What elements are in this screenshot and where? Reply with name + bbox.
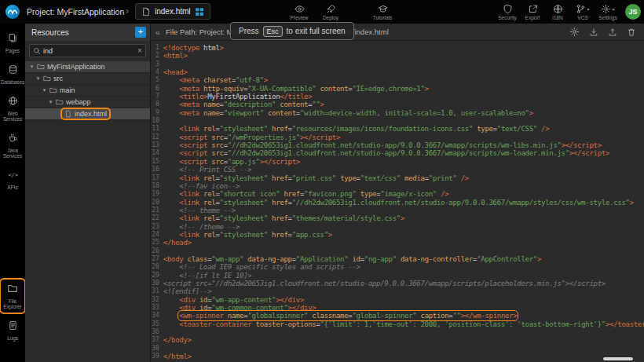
rail-item-web-services[interactable]: Web Services (2, 93, 24, 124)
user-avatar[interactable]: JS (625, 4, 641, 20)
code-line[interactable]: 18 <!--fav icon--> (151, 182, 644, 190)
caret-down-icon[interactable]: ▾ (41, 87, 48, 93)
topbar-action-label: VCS (577, 15, 587, 20)
code-line[interactable]: 1<!doctype html> (151, 44, 644, 52)
search-input[interactable] (43, 47, 135, 55)
code-line[interactable]: 35 <toaster-container toaster-options="{… (151, 320, 644, 328)
code-line[interactable]: 14 <script src="//dh2dw20653ig1.cloudfro… (151, 149, 644, 157)
code-line[interactable]: 19 <link rel="shortcut icon" href="favic… (151, 190, 644, 198)
line-number: 29 (151, 272, 163, 280)
rail-item-apis[interactable]: </>APIs (2, 166, 24, 192)
tree-item-index-html[interactable]: index.html (25, 108, 150, 120)
code-line[interactable]: 36 (151, 328, 644, 336)
rail-item-label: File Explorer (2, 298, 24, 309)
highlighted-code-annotation: <wm-spinner name="globalspinner" classna… (179, 312, 517, 320)
tree-item-src[interactable]: ▾src (25, 73, 150, 85)
tree-item-main[interactable]: ▾main (25, 85, 150, 97)
code-line[interactable]: 23 <!-- /theme --> (151, 223, 644, 231)
code-line[interactable]: 22 <link rel="stylesheet" href="themes/m… (151, 214, 644, 222)
code-line[interactable]: 5 <meta charset="utf-8"> (151, 76, 644, 84)
line-number: 2 (151, 52, 163, 60)
file-path-bar: « File Path: Project: MyFirstApplication… (151, 24, 644, 41)
line-number: 17 (151, 174, 163, 182)
topbar-action-export[interactable]: Export (521, 3, 544, 20)
project-name[interactable]: Project: MyFirstApplication (27, 7, 124, 16)
pages-icon (8, 32, 18, 46)
code-line[interactable]: 6 <meta http-equiv="X-UA-Compatible" con… (151, 85, 644, 93)
code-line[interactable]: 32 <div id="wm-app-content"></div> (151, 296, 644, 304)
code-line[interactable]: 17 <link rel="stylesheet" href="print.cs… (151, 174, 644, 182)
caret-down-icon[interactable]: ▾ (28, 64, 35, 70)
code-line[interactable]: 9 <meta name="viewport" content="width=d… (151, 109, 644, 117)
code-line[interactable]: 8 <meta name="description" content=""> (151, 101, 644, 108)
topbar-action-deploy[interactable]: Deploy (319, 3, 342, 20)
add-resource-button[interactable]: + (135, 27, 146, 38)
tree-item-myfirstapplication[interactable]: ▾MyFirstApplication (25, 61, 150, 73)
code-line[interactable]: 38 (151, 345, 644, 353)
trash-icon[interactable] (627, 27, 636, 37)
code-line[interactable]: 30<script src="//dh2dw20653ig1.cloudfron… (151, 280, 644, 287)
topbar-action-security[interactable]: Security (496, 3, 519, 20)
code-line-content: <wm-spinner name="globalspinner" classna… (163, 312, 518, 320)
code-line[interactable]: 28 <!-- Load IE9 specific styles and scr… (151, 263, 644, 271)
rail-item-pages[interactable]: Pages (2, 30, 24, 56)
code-line[interactable]: 29 <!--[if lt IE 10]> (151, 272, 644, 280)
line-number: 22 (151, 214, 163, 222)
clear-search-icon[interactable]: × (137, 46, 142, 55)
gear-icon[interactable] (569, 27, 580, 37)
code-line-content: <![endif]--> (163, 287, 211, 295)
wavemaker-logo[interactable] (5, 4, 20, 23)
line-number: 18 (151, 182, 163, 190)
topbar-right-action-group: SecurityExporti18N▾VCS▾Settings (496, 3, 620, 20)
toast-prefix: Press (239, 27, 259, 35)
code-editor[interactable]: 1<!doctype html>2<html>34<head>5 <meta c… (151, 41, 644, 362)
code-line[interactable]: 11 <link rel="stylesheet" href="resource… (151, 125, 644, 133)
code-line[interactable]: 21 <!-- theme --> (151, 207, 644, 214)
code-line[interactable]: 4<head> (151, 68, 644, 76)
resources-search-box[interactable]: × (29, 44, 146, 57)
line-number: 27 (151, 255, 163, 263)
code-line[interactable]: 27<body class="wm-app" data-ng-app="Appl… (151, 255, 644, 263)
code-line[interactable]: 37</body> (151, 336, 644, 344)
grid-icon[interactable] (195, 7, 204, 16)
code-line[interactable]: 24 <link rel="stylesheet" href="app.css"… (151, 231, 644, 239)
caret-down-icon[interactable]: ▾ (47, 99, 54, 105)
file-tree: ▾MyFirstApplication▾src▾main▾webappindex… (25, 61, 150, 362)
horizontal-scrollbar[interactable] (603, 357, 633, 360)
code-line[interactable]: 7 <title>MyFirstApplication</title> (151, 93, 644, 101)
code-line[interactable]: 34 <wm-spinner name="globalspinner" clas… (151, 312, 644, 320)
rail-item-file-explorer[interactable]: File Explorer (2, 280, 24, 312)
code-line[interactable]: 39</html> (151, 353, 644, 360)
code-line-content: <title>MyFirstApplication</title> (163, 93, 312, 101)
code-line[interactable]: 31<![endif]--> (151, 287, 644, 295)
topbar-action-i18n[interactable]: i18N (546, 3, 569, 20)
topbar-action-preview[interactable]: Preview (287, 3, 311, 20)
caret-down-icon: ▾ (612, 6, 614, 12)
upload-icon[interactable] (608, 27, 617, 37)
code-line[interactable]: 20 <link rel="stylesheet" href="//dh2dw2… (151, 199, 644, 207)
rail-item-logs[interactable]: Logs (2, 317, 24, 343)
code-line[interactable]: 10 (151, 117, 644, 125)
topbar-action-tutorials[interactable]: Tutorials (371, 3, 394, 20)
code-line[interactable]: 15 <script src="app.js"></script> (151, 158, 644, 166)
topbar-action-vcs[interactable]: ▾VCS (571, 3, 595, 20)
line-number: 9 (151, 109, 163, 117)
code-line[interactable]: 33 <div id="wm-common-content"></div> (151, 304, 644, 312)
code-line[interactable]: 16 <!-- Print CSS --> (151, 166, 644, 174)
rail-item-java-services[interactable]: Java Services (2, 130, 24, 161)
code-line[interactable]: 2<html> (151, 52, 644, 60)
rail-item-databases[interactable]: Databases (2, 61, 24, 87)
code-line[interactable]: 3 (151, 60, 644, 68)
collapse-panel-icon[interactable]: « (156, 27, 160, 37)
code-line[interactable]: 12 <script src="/wmProperties.js"></scri… (151, 133, 644, 141)
download-icon[interactable] (589, 27, 598, 37)
tree-item-webapp[interactable]: ▾webapp (25, 97, 150, 108)
file-tab-index-html[interactable]: index.html (135, 3, 210, 20)
topbar-action-settings[interactable]: ▾Settings (596, 3, 620, 20)
code-line[interactable]: 25</head> (151, 239, 644, 247)
eye-icon (295, 3, 305, 14)
code-line-content: <link rel="shortcut icon" href="favicon.… (163, 190, 449, 198)
caret-down-icon[interactable]: ▾ (35, 75, 42, 82)
code-line[interactable]: 13 <script src="//dh2dw20653ig1.cloudfro… (151, 141, 644, 149)
code-line[interactable]: 26 (151, 247, 644, 255)
